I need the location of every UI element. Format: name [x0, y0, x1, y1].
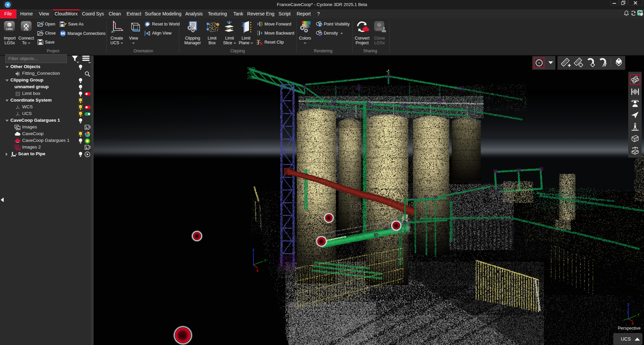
svg-text:LGSx: LGSx	[376, 28, 382, 30]
svg-text:0: 0	[217, 23, 218, 26]
svg-text:LGSx: LGSx	[6, 27, 13, 31]
svg-text:3: 3	[207, 23, 208, 25]
svg-text:CYE: CYE	[24, 28, 29, 31]
svg-text:2: 2	[207, 28, 208, 31]
